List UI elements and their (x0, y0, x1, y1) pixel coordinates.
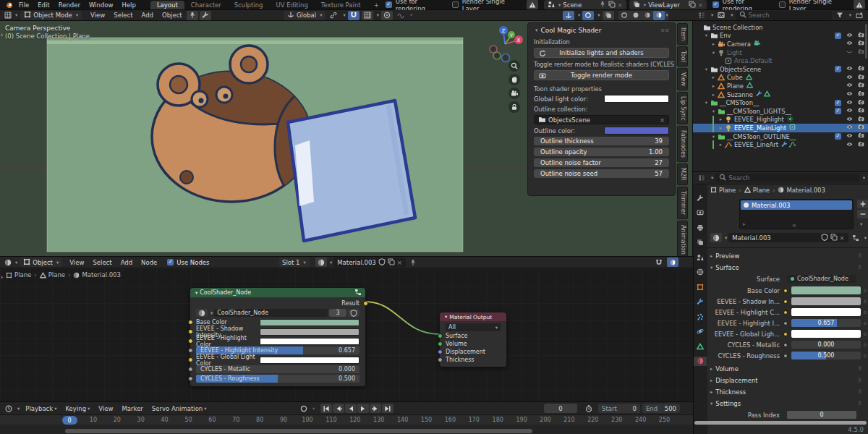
expand-icon[interactable]: ▸ (718, 125, 724, 131)
input-socket[interactable] (188, 367, 193, 372)
prev-keyframe-button[interactable] (333, 404, 344, 413)
show-gizmo-icon[interactable] (563, 11, 574, 20)
outliner-row-env[interactable]: ▾Env✓ (693, 32, 868, 41)
panel-volume[interactable]: ▸Volume⠿ (703, 363, 868, 374)
collapse-icon[interactable]: ▾ (535, 27, 538, 33)
material-name-field[interactable]: Material.003 × (728, 233, 848, 242)
scene-selector[interactable]: ▾ Scene × (544, 0, 626, 9)
zoom-icon[interactable] (509, 60, 520, 72)
input-socket[interactable] (188, 339, 193, 344)
menu-edit[interactable]: Edit (33, 1, 54, 9)
output-input-surface[interactable]: Surface (440, 332, 506, 340)
eye-toggle-icon[interactable] (846, 65, 853, 73)
animate-dot-icon[interactable] (864, 311, 867, 314)
toggle-render-mode-button[interactable]: Toggle render mode (534, 70, 669, 80)
expand-icon[interactable]: ▸ (710, 41, 717, 47)
cycles-metallic-field[interactable]: 0.000 (791, 341, 861, 349)
camera-toggle-icon[interactable] (858, 99, 864, 107)
result-socket[interactable] (363, 301, 368, 306)
node-input-cycles-roughness[interactable]: CYCLES - Roughness0.500 (190, 374, 365, 383)
auto-keyframe-icon[interactable] (298, 404, 310, 413)
node-output-result[interactable]: Result (190, 299, 365, 308)
warning-icon-2[interactable] (854, 0, 865, 9)
node-input-eevee-global-light-color[interactable]: EEVEE - Global Light Color (190, 355, 365, 365)
animate-dot-icon[interactable] (864, 333, 867, 336)
output-input-displacement[interactable]: Displacement (440, 348, 506, 356)
collection-checkbox[interactable]: ✓ (835, 133, 841, 140)
animate-dot-icon[interactable] (864, 289, 867, 292)
toolbar-toggle-icon[interactable]: › (1, 32, 3, 38)
fake-user-shield-icon[interactable] (821, 234, 828, 242)
eye-toggle-icon[interactable] (846, 40, 853, 48)
shading-rendered-icon[interactable] (653, 11, 665, 20)
viewport-menu-view[interactable]: View (86, 12, 109, 19)
workspace-tab-character[interactable]: Character (184, 1, 228, 9)
properties-options-icon[interactable]: ▾ (863, 175, 865, 181)
mode-dropdown[interactable]: Object Mode▾ (20, 11, 82, 20)
play-reverse-button[interactable] (345, 404, 357, 413)
outline-thickness-slider[interactable]: Outline thickness39 (534, 137, 669, 145)
stopwatch-icon[interactable] (583, 404, 595, 413)
expand-icon[interactable]: ▾ (703, 100, 710, 106)
viewport-menu-select[interactable]: Select (109, 12, 137, 19)
animate-dot-icon[interactable] (864, 300, 867, 303)
animate-dot-icon[interactable] (864, 322, 867, 325)
outline-noise-factor-slider[interactable]: Outline noise factor27 (534, 158, 669, 167)
eye-toggle-icon[interactable] (846, 141, 853, 149)
workspace-tab-[interactable]: + (367, 1, 386, 9)
node-input-eevee-highlight-color[interactable]: EEVEE - Highlight Color (190, 336, 365, 346)
collection-checkbox[interactable]: ✓ (835, 108, 841, 114)
camera-toggle-icon[interactable] (858, 32, 864, 40)
expand-icon[interactable]: ▾ (710, 109, 717, 114)
camera-toggle-icon[interactable] (858, 107, 864, 115)
timeline-ruler[interactable]: 0102030405060708090100110120130140150160… (0, 414, 693, 425)
panel-thickness[interactable]: ▸Thickness⠿ (703, 386, 868, 397)
xray-icon[interactable] (603, 11, 614, 20)
current-frame-field[interactable]: 0 (544, 404, 577, 413)
viewport-3d[interactable]: Camera Perspective (0) Scene Collection … (0, 21, 693, 257)
eye-toggle-icon[interactable] (846, 132, 853, 140)
initialize-lights-button[interactable]: Initialize lights and shaders (534, 48, 669, 58)
material-browse-icon[interactable] (315, 258, 327, 267)
slot-dropdown[interactable]: Slot 1▾ (278, 258, 310, 267)
material-name-field[interactable]: Material.003 × (333, 258, 406, 267)
outliner-search[interactable] (736, 11, 832, 20)
falloff-icon[interactable] (395, 11, 407, 20)
eevee-global-light-color-swatch[interactable] (260, 357, 359, 364)
eye-toggle-icon[interactable] (846, 124, 853, 132)
workspace-tab-texture-paint[interactable]: Texture Paint (315, 1, 367, 9)
camera-toggle-icon[interactable] (858, 141, 864, 149)
shading-material-icon[interactable] (642, 11, 653, 20)
timeline-menu-playback[interactable]: Playback ▾ (21, 405, 61, 412)
menu-help[interactable]: Help (117, 1, 140, 9)
eye-toggle-icon[interactable] (846, 90, 853, 98)
input-socket[interactable] (188, 329, 193, 334)
sidebar-tab-fabnodes[interactable]: Fabnodes (677, 126, 688, 162)
proportional-edit-icon[interactable] (381, 11, 393, 20)
node-input-cycles-metallic[interactable]: CYCLES - Metallic0.000 (190, 365, 365, 374)
camera-toggle-icon[interactable] (858, 132, 864, 140)
input-socket[interactable] (438, 341, 443, 346)
shading-wireframe-icon[interactable] (618, 11, 630, 20)
global-light-color-swatch[interactable] (604, 95, 669, 103)
properties-search[interactable] (715, 174, 859, 182)
eevee-highlight-color-swatch[interactable] (260, 338, 359, 345)
output-target-dropdown[interactable]: All ▾ (446, 323, 501, 331)
snap-icon[interactable] (653, 258, 665, 267)
use-nodes-checkbox[interactable]: ✓ (167, 259, 174, 265)
cycles-metallic-field[interactable]: CYCLES - Metallic0.000 (196, 365, 359, 373)
shader-type-dropdown[interactable]: Object▾ (20, 258, 62, 267)
overlays-icon[interactable] (667, 258, 678, 267)
base-color-field[interactable] (791, 286, 861, 294)
camera-view-icon[interactable] (509, 88, 520, 99)
unlink-icon[interactable]: × (840, 234, 845, 242)
timeline-menu-servo-animation[interactable]: Servo Animation ▾ (148, 405, 211, 412)
properties-editor-icon[interactable] (696, 174, 707, 183)
input-socket[interactable] (188, 357, 193, 362)
copy-icon[interactable] (689, 1, 696, 9)
outliner-row-plane[interactable]: ▸Plane (693, 82, 868, 90)
workspace-tab-uv-editing[interactable]: UV Editing (269, 1, 314, 9)
outline-color-swatch[interactable] (604, 127, 669, 135)
camera-toggle-icon[interactable] (858, 124, 864, 132)
menu-file[interactable]: File (14, 1, 33, 9)
